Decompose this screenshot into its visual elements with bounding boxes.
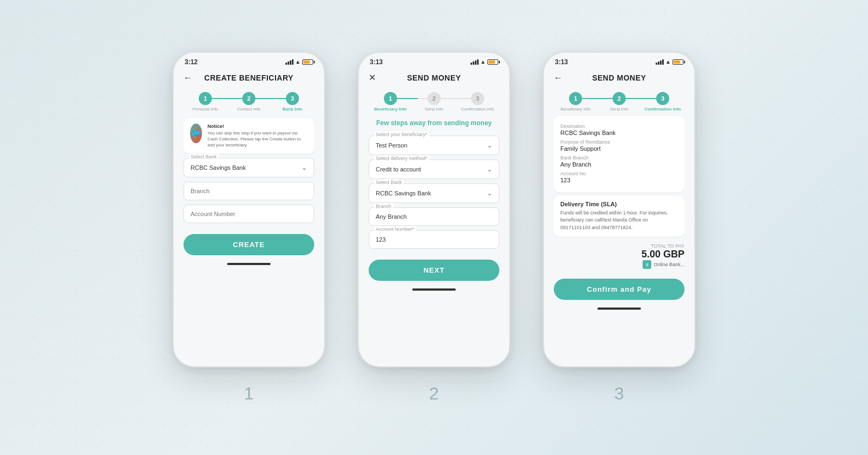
wifi-icon-2: ▲: [480, 59, 486, 65]
step-circle-2-3: 3: [471, 92, 484, 105]
select-bank-field-1[interactable]: Select Bank RCBC Savings Bank ⌄: [184, 158, 314, 177]
confirm-pay-button-3[interactable]: Confirm and Pay: [554, 279, 684, 300]
step-circle-1-2: 2: [242, 92, 255, 105]
status-icons-1: ▲: [285, 59, 313, 65]
payment-method-3: $ Online Bank...: [554, 260, 684, 269]
wifi-icon-3: ▲: [665, 59, 671, 65]
screen-header-2: ✕ SEND MONEY: [369, 69, 499, 88]
phone-device-2: 3:13 ▲ ✕: [358, 52, 510, 367]
select-bank-group-2: Select Bank RCBC Savings Bank ⌄: [369, 183, 499, 203]
total-amount-3: 5.00 GBP: [554, 249, 684, 260]
delivery-method-field-2[interactable]: Credit to account ⌄: [369, 159, 499, 179]
account-number-label-2: Account Number*: [374, 226, 416, 232]
delivery-method-group-2: Select delivery method* Credit to accoun…: [369, 159, 499, 179]
step-label-3-1: Beneficiary Info: [560, 107, 590, 112]
next-button-2[interactable]: NEXT: [369, 260, 499, 281]
bank-branch-value-3: Any Branch: [560, 161, 678, 168]
screen-title-2: SEND MONEY: [407, 73, 461, 82]
select-bank-field-2[interactable]: RCBC Savings Bank ⌄: [369, 183, 499, 203]
status-bar-content-2: 3:13 ▲: [370, 58, 498, 66]
step-label-3-2: Send Info: [610, 107, 628, 112]
phone-screen-1: 3:12 ▲ ←: [173, 52, 325, 404]
destination-label-3: Destination: [560, 124, 678, 129]
select-bank-label-2: Select Bank: [374, 180, 404, 185]
screen-scroll-3[interactable]: ← SEND MONEY 1 Beneficiary Info 2 Send I…: [554, 69, 684, 360]
account-number-input-1[interactable]: [184, 205, 314, 223]
step-item-1-1: 1 Personal Info: [184, 92, 227, 112]
back-button-1[interactable]: ←: [184, 73, 192, 83]
delivery-section-3: Delivery Time (SLA) Funds will be credit…: [554, 195, 684, 237]
create-button-1[interactable]: CREATE: [184, 234, 314, 255]
status-icons-3: ▲: [656, 59, 683, 65]
total-label-3: TOTAL TO PAY: [554, 243, 684, 249]
screen-scroll-2[interactable]: ✕ SEND MONEY 1 Beneficiary Info 2 Send I…: [369, 69, 499, 360]
delivery-title-3: Delivery Time (SLA): [560, 201, 678, 207]
status-bar-1: 3:12 ▲: [174, 53, 324, 69]
step-item-1-3: 3 Bank Info: [271, 92, 314, 112]
time-1: 3:12: [185, 58, 198, 66]
chevron-down-icon-2: ⌄: [487, 142, 492, 149]
screen-number-label-2: 2: [429, 384, 439, 404]
step-item-3-1: 1 Beneficiary Info: [554, 92, 597, 112]
beneficiary-group-2: Select your beneficiary* Test Person ⌄: [369, 136, 499, 155]
chevron-down-icon-4: ⌄: [487, 189, 492, 197]
time-3: 3:13: [555, 58, 568, 66]
status-bar-content-3: 3:13 ▲: [555, 58, 683, 66]
battery-fill-3: [674, 60, 680, 64]
screen-title-3: SEND MONEY: [592, 73, 646, 82]
beneficiary-value-2: Test Person: [376, 142, 407, 149]
step-item-2-3: 3 Confirmation Info: [456, 92, 499, 112]
back-button-3[interactable]: ←: [554, 73, 563, 83]
status-icons-2: ▲: [470, 59, 498, 65]
step-label-1-1: Personal Info: [192, 107, 218, 112]
step-item-3-3: 3 Confirmation Info: [641, 92, 684, 112]
chevron-down-icon-1: ⌄: [302, 164, 307, 171]
close-button-2[interactable]: ✕: [369, 72, 376, 83]
account-number-group-1: [184, 205, 314, 223]
select-bank-group-1: Select Bank RCBC Savings Bank ⌄: [184, 158, 314, 177]
battery-icon-2: [487, 59, 498, 65]
chevron-down-icon-3: ⌄: [487, 165, 492, 173]
screen-header-1: ← CREATE BENEFICIARY: [184, 69, 314, 88]
step-item-2-1: 1 Beneficiary Info: [369, 92, 412, 112]
step-circle-2-2: 2: [427, 92, 441, 105]
bank-branch-label-3: Bank Branch: [560, 155, 678, 161]
step-label-3-3: Confirmation Info: [645, 107, 681, 112]
signal-icon-1: [285, 59, 294, 65]
signal-bar-4: [292, 59, 294, 65]
screen-header-3: ← SEND MONEY: [554, 69, 684, 88]
payment-icon-3: $: [643, 260, 651, 269]
delivery-text-3: Funds will be credited within 1-hour. Fo…: [560, 210, 678, 232]
branch-input-1[interactable]: [184, 182, 314, 200]
account-no-label-3: Account No.: [560, 171, 678, 176]
purpose-label-3: Purpose of Remittance: [560, 139, 678, 145]
battery-icon-3: [673, 59, 683, 65]
step-circle-2-1: 1: [384, 92, 397, 105]
step-item-2-2: 2 Send Info: [412, 92, 456, 112]
hero-text-2: Few steps away from sending money: [369, 114, 499, 131]
logo-icon-1: 🐦: [190, 124, 202, 143]
status-bar-3: 3:13 ▲: [544, 53, 694, 69]
signal-bar-3: [290, 60, 291, 65]
delivery-method-label-2: Select delivery method*: [374, 156, 429, 161]
destination-value-3: RCBC Savings Bank: [560, 130, 678, 136]
beneficiary-label-2: Select your beneficiary*: [374, 132, 429, 137]
payment-method-value-3: Online Bank...: [653, 262, 684, 267]
step-circle-3-2: 2: [613, 92, 626, 105]
notice-text-1: Notice! You can skip this step if you wa…: [207, 124, 308, 149]
details-section-3: Destination RCBC Savings Bank Purpose of…: [560, 124, 678, 183]
account-number-input-2[interactable]: [369, 230, 499, 249]
select-bank-label-1: Select Bank: [189, 154, 218, 159]
screen-scroll-1[interactable]: ← CREATE BENEFICIARY 1 Personal Info 2 C…: [184, 69, 314, 360]
battery-icon-1: [302, 59, 313, 65]
branch-input-2[interactable]: [369, 207, 499, 226]
total-section-3: TOTAL TO PAY 5.00 GBP $ Online Bank...: [554, 240, 684, 272]
home-indicator-2: [412, 288, 456, 291]
phone-screen-3: 3:13 ▲ ←: [543, 52, 695, 404]
account-no-value-3: 123: [560, 177, 678, 183]
stepper-1: 1 Personal Info 2 Contact Info 3 Bank In…: [184, 88, 314, 114]
step-label-1-3: Bank Info: [283, 107, 302, 112]
home-indicator-3: [597, 308, 641, 310]
beneficiary-field-2[interactable]: Test Person ⌄: [369, 136, 499, 155]
select-bank-value-1: RCBC Savings Bank: [191, 164, 246, 171]
